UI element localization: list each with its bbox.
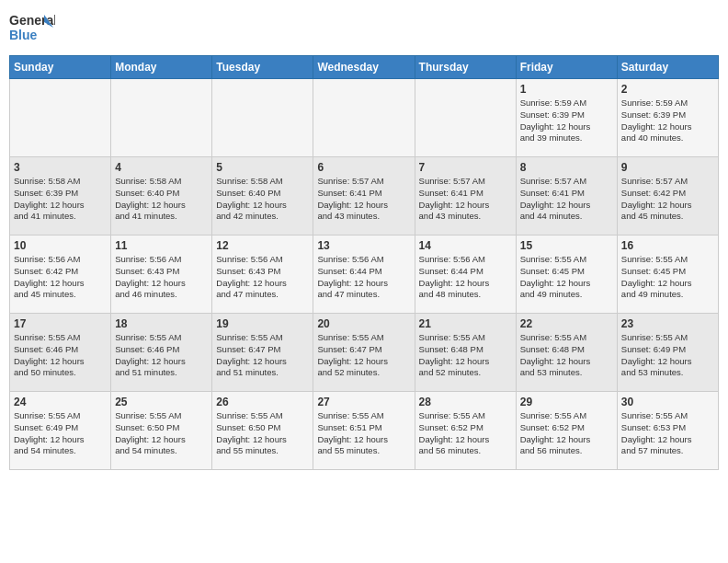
day-info: Sunrise: 5:57 AMSunset: 6:41 PMDaylight:… <box>520 176 613 223</box>
day-number: 11 <box>115 239 208 252</box>
day-number: 30 <box>621 396 714 408</box>
calendar-cell <box>313 79 415 157</box>
day-number: 4 <box>115 161 208 174</box>
day-number: 14 <box>419 239 512 252</box>
day-info: Sunrise: 5:55 AMSunset: 6:49 PMDaylight:… <box>621 332 714 379</box>
day-info: Sunrise: 5:55 AMSunset: 6:52 PMDaylight:… <box>419 410 512 457</box>
calendar-cell: 30Sunrise: 5:55 AMSunset: 6:53 PMDayligh… <box>617 392 718 470</box>
day-info: Sunrise: 5:55 AMSunset: 6:46 PMDaylight:… <box>115 332 208 379</box>
col-header-monday: Monday <box>111 56 212 79</box>
page-header: General Blue <box>9 9 719 50</box>
day-number: 12 <box>216 239 309 252</box>
day-info: Sunrise: 5:56 AMSunset: 6:42 PMDaylight:… <box>14 254 107 301</box>
day-info: Sunrise: 5:55 AMSunset: 6:52 PMDaylight:… <box>520 410 613 457</box>
day-info: Sunrise: 5:56 AMSunset: 6:43 PMDaylight:… <box>216 254 309 301</box>
calendar-cell: 3Sunrise: 5:58 AMSunset: 6:39 PMDaylight… <box>10 157 111 236</box>
day-info: Sunrise: 5:55 AMSunset: 6:50 PMDaylight:… <box>216 410 309 457</box>
day-info: Sunrise: 5:57 AMSunset: 6:41 PMDaylight:… <box>317 176 410 223</box>
calendar-week-4: 17Sunrise: 5:55 AMSunset: 6:46 PMDayligh… <box>10 314 719 392</box>
day-info: Sunrise: 5:58 AMSunset: 6:39 PMDaylight:… <box>14 176 107 223</box>
day-info: Sunrise: 5:56 AMSunset: 6:43 PMDaylight:… <box>115 254 208 301</box>
calendar-cell: 15Sunrise: 5:55 AMSunset: 6:45 PMDayligh… <box>516 236 617 314</box>
calendar-cell: 7Sunrise: 5:57 AMSunset: 6:41 PMDaylight… <box>415 157 516 236</box>
calendar-cell: 4Sunrise: 5:58 AMSunset: 6:40 PMDaylight… <box>111 157 212 236</box>
calendar-cell: 14Sunrise: 5:56 AMSunset: 6:44 PMDayligh… <box>415 236 516 314</box>
calendar-week-1: 1Sunrise: 5:59 AMSunset: 6:39 PMDaylight… <box>10 79 719 157</box>
day-info: Sunrise: 5:56 AMSunset: 6:44 PMDaylight:… <box>419 254 512 301</box>
day-number: 13 <box>317 239 410 252</box>
svg-text:Blue: Blue <box>9 28 38 42</box>
calendar-cell: 11Sunrise: 5:56 AMSunset: 6:43 PMDayligh… <box>111 236 212 314</box>
day-number: 5 <box>216 161 309 174</box>
calendar-cell: 6Sunrise: 5:57 AMSunset: 6:41 PMDaylight… <box>313 157 415 236</box>
calendar-cell: 26Sunrise: 5:55 AMSunset: 6:50 PMDayligh… <box>212 392 313 470</box>
calendar-week-2: 3Sunrise: 5:58 AMSunset: 6:39 PMDaylight… <box>10 157 719 236</box>
day-number: 25 <box>115 396 208 408</box>
day-info: Sunrise: 5:55 AMSunset: 6:46 PMDaylight:… <box>14 332 107 379</box>
day-number: 8 <box>520 161 613 174</box>
calendar-cell: 24Sunrise: 5:55 AMSunset: 6:49 PMDayligh… <box>10 392 111 470</box>
calendar-cell: 8Sunrise: 5:57 AMSunset: 6:41 PMDaylight… <box>516 157 617 236</box>
day-info: Sunrise: 5:56 AMSunset: 6:44 PMDaylight:… <box>317 254 410 301</box>
day-number: 1 <box>520 83 613 96</box>
calendar-cell: 28Sunrise: 5:55 AMSunset: 6:52 PMDayligh… <box>415 392 516 470</box>
calendar-cell: 18Sunrise: 5:55 AMSunset: 6:46 PMDayligh… <box>111 314 212 392</box>
calendar-cell: 9Sunrise: 5:57 AMSunset: 6:42 PMDaylight… <box>617 157 718 236</box>
calendar-week-3: 10Sunrise: 5:56 AMSunset: 6:42 PMDayligh… <box>10 236 719 314</box>
calendar-cell: 12Sunrise: 5:56 AMSunset: 6:43 PMDayligh… <box>212 236 313 314</box>
calendar-cell <box>212 79 313 157</box>
svg-text:General: General <box>9 13 55 28</box>
day-number: 10 <box>14 239 107 252</box>
day-number: 19 <box>216 317 309 330</box>
day-info: Sunrise: 5:55 AMSunset: 6:50 PMDaylight:… <box>115 410 208 457</box>
calendar-cell: 17Sunrise: 5:55 AMSunset: 6:46 PMDayligh… <box>10 314 111 392</box>
day-info: Sunrise: 5:57 AMSunset: 6:41 PMDaylight:… <box>419 176 512 223</box>
calendar-table: SundayMondayTuesdayWednesdayThursdayFrid… <box>9 55 719 470</box>
calendar-cell: 5Sunrise: 5:58 AMSunset: 6:40 PMDaylight… <box>212 157 313 236</box>
day-number: 22 <box>520 317 613 330</box>
day-number: 29 <box>520 396 613 408</box>
day-info: Sunrise: 5:55 AMSunset: 6:51 PMDaylight:… <box>317 410 410 457</box>
day-number: 3 <box>14 161 107 174</box>
col-header-friday: Friday <box>516 56 617 79</box>
calendar-cell: 22Sunrise: 5:55 AMSunset: 6:48 PMDayligh… <box>516 314 617 392</box>
logo: General Blue <box>9 9 55 50</box>
day-number: 24 <box>14 396 107 408</box>
calendar-cell <box>111 79 212 157</box>
day-number: 15 <box>520 239 613 252</box>
calendar-cell: 1Sunrise: 5:59 AMSunset: 6:39 PMDaylight… <box>516 79 617 157</box>
calendar-cell <box>415 79 516 157</box>
day-number: 21 <box>419 317 512 330</box>
day-number: 20 <box>317 317 410 330</box>
calendar-cell <box>10 79 111 157</box>
day-info: Sunrise: 5:58 AMSunset: 6:40 PMDaylight:… <box>216 176 309 223</box>
day-info: Sunrise: 5:59 AMSunset: 6:39 PMDaylight:… <box>621 98 714 144</box>
day-number: 23 <box>621 317 714 330</box>
day-number: 28 <box>419 396 512 408</box>
calendar-cell: 20Sunrise: 5:55 AMSunset: 6:47 PMDayligh… <box>313 314 415 392</box>
col-header-tuesday: Tuesday <box>212 56 313 79</box>
day-info: Sunrise: 5:55 AMSunset: 6:45 PMDaylight:… <box>621 254 714 301</box>
day-info: Sunrise: 5:59 AMSunset: 6:39 PMDaylight:… <box>520 98 613 144</box>
calendar-cell: 27Sunrise: 5:55 AMSunset: 6:51 PMDayligh… <box>313 392 415 470</box>
day-info: Sunrise: 5:55 AMSunset: 6:48 PMDaylight:… <box>520 332 613 379</box>
calendar-cell: 29Sunrise: 5:55 AMSunset: 6:52 PMDayligh… <box>516 392 617 470</box>
day-info: Sunrise: 5:55 AMSunset: 6:53 PMDaylight:… <box>621 410 714 457</box>
day-info: Sunrise: 5:55 AMSunset: 6:48 PMDaylight:… <box>419 332 512 379</box>
day-info: Sunrise: 5:57 AMSunset: 6:42 PMDaylight:… <box>621 176 714 223</box>
day-number: 9 <box>621 161 714 174</box>
day-number: 17 <box>14 317 107 330</box>
day-number: 6 <box>317 161 410 174</box>
day-info: Sunrise: 5:55 AMSunset: 6:49 PMDaylight:… <box>14 410 107 457</box>
col-header-sunday: Sunday <box>10 56 111 79</box>
day-number: 16 <box>621 239 714 252</box>
day-number: 7 <box>419 161 512 174</box>
col-header-wednesday: Wednesday <box>313 56 415 79</box>
col-header-saturday: Saturday <box>617 56 718 79</box>
calendar-header: SundayMondayTuesdayWednesdayThursdayFrid… <box>10 56 719 79</box>
calendar-cell: 21Sunrise: 5:55 AMSunset: 6:48 PMDayligh… <box>415 314 516 392</box>
calendar-cell: 10Sunrise: 5:56 AMSunset: 6:42 PMDayligh… <box>10 236 111 314</box>
logo-svg: General Blue <box>9 9 55 50</box>
day-info: Sunrise: 5:58 AMSunset: 6:40 PMDaylight:… <box>115 176 208 223</box>
col-header-thursday: Thursday <box>415 56 516 79</box>
